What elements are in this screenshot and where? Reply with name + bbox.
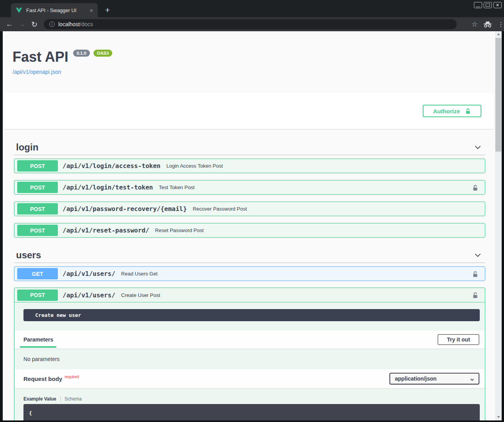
vertical-scrollbar[interactable]	[495, 31, 502, 420]
method-badge: POST	[17, 225, 58, 236]
titlebar: Fast API - Swagger UI × +	[0, 0, 504, 17]
operation-row[interactable]: POST /api/v1/password-recovery/{email} R…	[14, 202, 485, 216]
operation-summary: Read Users Get	[121, 271, 158, 277]
fastapi-favicon-v-icon	[16, 7, 22, 13]
operation-path: /api/v1/users/	[63, 270, 115, 277]
chevron-down-icon	[470, 377, 475, 382]
method-badge: POST	[17, 290, 58, 301]
operation-summary: Login Access Token Post	[166, 163, 222, 169]
operation-summary: Reset Password Post	[155, 227, 204, 233]
opblock-expanded-create-user: POST /api/v1/users/ Create User Post Cre…	[14, 288, 485, 420]
operations-list: GET /api/v1/users/ Read Users Get	[14, 263, 485, 281]
operation-path: /api/v1/login/test-token	[63, 184, 153, 191]
unlocked-padlock-icon[interactable]	[472, 184, 479, 191]
scroll-thumb[interactable]	[495, 38, 501, 152]
method-badge: POST	[17, 182, 58, 193]
scroll-down-arrow[interactable]	[495, 414, 502, 420]
operation-row[interactable]: POST /api/v1/login/test-token Test Token…	[14, 180, 485, 195]
code-line: {	[29, 410, 32, 416]
operation-description: Create new user	[23, 309, 480, 321]
unlocked-padlock-icon[interactable]	[472, 292, 479, 299]
scroll-up-arrow[interactable]	[495, 31, 502, 37]
swagger-page: Fast API 0.1.0 OAS3 /api/v1/openapi.json…	[3, 31, 495, 420]
operation-row[interactable]: GET /api/v1/users/ Read Users Get	[14, 266, 485, 281]
unlocked-padlock-icon	[465, 108, 471, 114]
tab-title: Fast API - Swagger UI	[26, 7, 88, 13]
authorize-button[interactable]: Authorize	[423, 105, 481, 117]
toolbar: ← → ↻ i localhost/docs	[0, 17, 504, 31]
window-close-button[interactable]	[493, 2, 502, 8]
url-text: localhost/docs	[58, 21, 93, 27]
bookmark-star-icon[interactable]: ☆	[472, 20, 478, 29]
omnibox[interactable]: i localhost/docs	[44, 19, 457, 29]
tag-header[interactable]: login	[14, 139, 485, 155]
openapi-spec-link[interactable]: /api/v1/openapi.json	[13, 69, 114, 75]
schema-tab[interactable]: Schema	[65, 396, 82, 402]
site-info-icon[interactable]: i	[49, 21, 55, 27]
parameters-header: Parameters Try it out	[14, 331, 485, 349]
tag-name: users	[16, 250, 41, 261]
operation-summary: Create User Post	[121, 292, 160, 298]
method-badge: GET	[17, 268, 58, 279]
scheme-container: Authorize	[4, 93, 494, 129]
tab-divider	[60, 396, 61, 402]
no-parameters-text: No parameters	[14, 349, 485, 369]
collapse-chevron-icon[interactable]	[474, 251, 482, 259]
parameters-tab[interactable]: Parameters	[20, 331, 56, 348]
try-it-out-button[interactable]: Try it out	[438, 334, 479, 345]
operation-path: /api/v1/login/access-token	[63, 162, 160, 170]
new-tab-button[interactable]: +	[102, 5, 113, 16]
operation-path: /api/v1/reset-password/	[63, 227, 149, 234]
method-badge: POST	[17, 203, 58, 215]
tag-name: login	[16, 142, 38, 153]
incognito-icon	[483, 21, 492, 28]
browser-window: Fast API - Swagger UI × + ← → ↻ i localh…	[0, 0, 504, 422]
tag-section-users: users GET /api/v1/users/ Read Users Get	[14, 247, 485, 288]
reload-button[interactable]: ↻	[28, 20, 41, 29]
operation-summary: Recover Password Post	[193, 206, 247, 212]
content-type-select[interactable]: application/json	[389, 373, 479, 384]
tab-close-icon[interactable]: ×	[88, 7, 95, 14]
oas3-badge: OAS3	[93, 50, 112, 57]
tag-header[interactable]: users	[14, 247, 485, 263]
model-example-tabs: Example Value Schema	[23, 396, 485, 402]
operations-list: POST /api/v1/login/access-token Login Ac…	[14, 155, 485, 238]
tag-section-login: login POST /api/v1/login/access-token Lo…	[14, 139, 485, 245]
example-value-tab[interactable]: Example Value	[23, 396, 56, 402]
collapse-chevron-icon[interactable]	[474, 143, 482, 152]
operation-path: /api/v1/users/	[63, 291, 115, 299]
operation-summary: Test Token Post	[159, 184, 195, 190]
operation-header-row[interactable]: POST /api/v1/users/ Create User Post	[14, 288, 485, 302]
version-badge: 0.1.0	[73, 50, 90, 57]
request-body-label: Request bodyrequired	[23, 376, 79, 382]
api-title: Fast API	[13, 49, 68, 65]
unlocked-padlock-icon[interactable]	[472, 271, 479, 277]
operation-row[interactable]: POST /api/v1/reset-password/ Reset Passw…	[14, 223, 485, 238]
required-label: required	[65, 375, 79, 379]
browser-tab[interactable]: Fast API - Swagger UI ×	[11, 3, 98, 17]
method-badge: POST	[17, 160, 58, 172]
back-button[interactable]: ←	[3, 20, 16, 29]
operation-row[interactable]: POST /api/v1/login/access-token Login Ac…	[14, 159, 485, 173]
operation-path: /api/v1/password-recovery/{email}	[63, 205, 187, 213]
menu-dots-icon[interactable]: ⋮	[498, 21, 502, 28]
request-body-header: Request bodyrequired application/json	[14, 369, 485, 388]
window-maximize-button[interactable]	[484, 2, 492, 8]
example-code-block: {	[23, 404, 480, 420]
forward-button[interactable]: →	[16, 20, 28, 29]
window-minimize-button[interactable]	[474, 2, 482, 8]
